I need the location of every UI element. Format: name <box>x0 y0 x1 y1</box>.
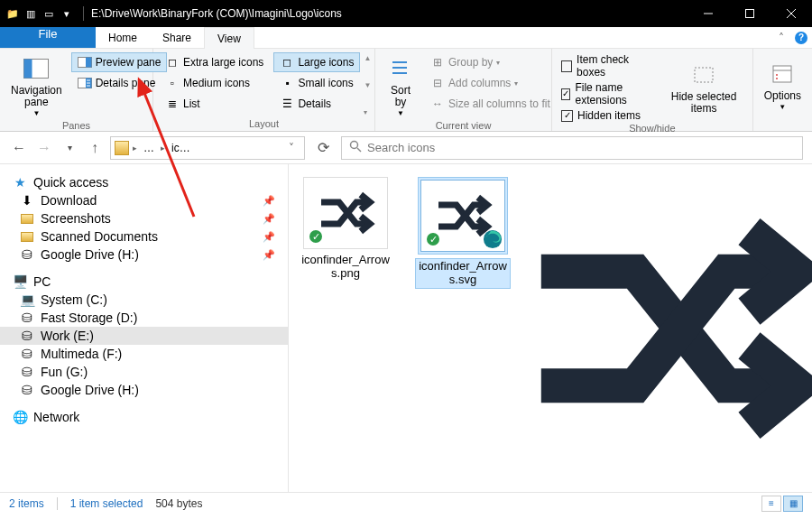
folder-icon <box>115 141 129 155</box>
tree-item[interactable]: ⛁Work (E:) <box>0 327 288 345</box>
maximize-button[interactable] <box>729 0 770 27</box>
svg-rect-1 <box>746 10 754 18</box>
drive-icon: ⛁ <box>20 365 34 379</box>
pin-icon: 📌 <box>263 249 275 261</box>
status-count: 2 items <box>9 497 44 510</box>
window-title: E:\Drive\Work\BinaryFork (COM)\Imagini\L… <box>88 7 687 20</box>
file-name: iconfinder_Arrows.svg <box>415 258 511 289</box>
tree-item[interactable]: ⛁Google Drive (H:) <box>0 381 288 399</box>
view-icons-button[interactable]: ▦ <box>783 496 803 512</box>
qat-dropdown-icon[interactable]: ▾ <box>60 6 74 21</box>
sync-badge-icon: ✓ <box>425 231 441 247</box>
ribbon-tabs: File Home Share View ˄ ? <box>0 27 812 49</box>
help-button[interactable]: ? <box>790 27 812 48</box>
status-bar: 2 items 1 item selected 504 bytes ≡ ▦ <box>0 492 812 514</box>
tree-item[interactable]: ⛁Google Drive (H:)📌 <box>0 246 288 264</box>
tree-this-pc[interactable]: 🖥️PC <box>0 273 288 291</box>
tab-file[interactable]: File <box>0 27 96 48</box>
address-dropdown-icon[interactable]: ˅ <box>282 142 300 154</box>
edge-icon <box>483 229 503 249</box>
nav-tree[interactable]: ★Quick access ⬇Download📌Screenshots📌Scan… <box>0 164 289 492</box>
tree-item[interactable]: Scanned Documents📌 <box>0 227 288 246</box>
tree-network[interactable]: 🌐Network <box>0 408 288 426</box>
file-extensions-toggle[interactable]: ✓File name extensions <box>558 80 658 107</box>
folder-icon <box>20 211 34 226</box>
group-label-layout: Layout <box>153 118 374 131</box>
pin-icon: 📌 <box>263 195 275 207</box>
folder-icon: 📁 <box>5 6 20 21</box>
folder-icon: ⬇ <box>20 193 34 208</box>
layout-large[interactable]: ◻Large icons <box>273 52 360 72</box>
group-label-showhide: Show/hide <box>552 123 752 135</box>
drive-icon: ⛁ <box>20 310 34 325</box>
tab-share[interactable]: Share <box>150 27 204 48</box>
tree-item[interactable]: ⛁Fun (G:) <box>0 363 288 381</box>
add-columns-button[interactable]: ⊟Add columns ▾ <box>424 73 557 93</box>
search-placeholder: Search icons <box>367 141 435 154</box>
tree-item[interactable]: ⛁Fast Storage (D:) <box>0 309 288 327</box>
layout-scroll-up-icon[interactable]: ▲ <box>364 54 371 62</box>
search-icon <box>349 140 362 155</box>
group-by-button[interactable]: ⊞Group by ▾ <box>424 52 557 72</box>
item-checkboxes-toggle[interactable]: Item check boxes <box>558 52 658 79</box>
svg-line-22 <box>357 148 361 152</box>
svg-point-21 <box>351 142 358 149</box>
forward-button[interactable]: → <box>34 138 54 158</box>
collapse-ribbon-icon[interactable]: ˄ <box>772 27 790 48</box>
tab-view[interactable]: View <box>204 27 254 49</box>
folder-icon: ⛁ <box>20 247 34 262</box>
drive-icon: ⛁ <box>20 383 34 397</box>
layout-extra-large[interactable]: ◻Extra large icons <box>159 52 270 72</box>
navigation-pane-button[interactable]: Navigation pane▼ <box>5 52 68 120</box>
history-dropdown[interactable]: ▾ <box>60 138 79 158</box>
drive-icon: ⛁ <box>20 347 34 361</box>
breadcrumb[interactable]: … <box>141 142 157 154</box>
tree-item[interactable]: ⬇Download📌 <box>0 191 288 209</box>
layout-details[interactable]: ☰Details <box>273 94 360 114</box>
content-area: ★Quick access ⬇Download📌Screenshots📌Scan… <box>0 164 812 492</box>
close-button[interactable] <box>770 0 812 27</box>
file-item[interactable]: ✓iconfinder_Arrows.svg <box>415 177 511 289</box>
size-columns-button[interactable]: ↔Size all columns to fit <box>424 94 557 114</box>
options-button[interactable]: Options▼ <box>759 52 807 118</box>
titlebar: 📁 ▥ ▭ ▾ E:\Drive\Work\BinaryFork (COM)\I… <box>0 0 812 27</box>
address-bar[interactable]: ▸ … ▸ ic… ˅ <box>110 136 305 160</box>
folder-icon <box>20 229 34 244</box>
layout-scroll-down-icon[interactable]: ▼ <box>364 81 371 89</box>
pin-icon: 📌 <box>263 213 275 225</box>
group-label-current-view: Current view <box>375 120 551 133</box>
svg-rect-5 <box>24 60 32 79</box>
chevron-right-icon[interactable]: ▸ <box>161 144 165 153</box>
hide-selected-button[interactable]: Hide selected items <box>661 52 747 123</box>
drive-icon: ⛁ <box>20 329 34 343</box>
props-icon[interactable]: ▭ <box>42 6 56 21</box>
view-details-button[interactable]: ≡ <box>761 496 781 512</box>
sync-badge-icon: ✓ <box>308 228 324 245</box>
tab-home[interactable]: Home <box>96 27 150 48</box>
save-icon[interactable]: ▥ <box>23 6 38 21</box>
chevron-right-icon[interactable]: ▸ <box>133 144 137 153</box>
svg-rect-17 <box>773 66 791 82</box>
minimize-button[interactable] <box>687 0 729 27</box>
back-button[interactable]: ← <box>9 138 29 158</box>
breadcrumb[interactable]: ic… <box>169 142 193 154</box>
file-item[interactable]: ✓iconfinder_Arrows.png <box>298 177 393 282</box>
up-button[interactable]: ↑ <box>85 138 105 158</box>
file-list[interactable]: ✓iconfinder_Arrows.png✓iconfinder_Arrows… <box>289 164 527 492</box>
refresh-button[interactable]: ⟳ <box>310 136 336 160</box>
layout-medium[interactable]: ▫Medium icons <box>159 73 270 93</box>
hidden-items-toggle[interactable]: ✓Hidden items <box>558 108 658 123</box>
sort-by-button[interactable]: Sort by▼ <box>381 52 420 120</box>
file-name: iconfinder_Arrows.png <box>298 253 393 282</box>
tree-quick-access[interactable]: ★Quick access <box>0 173 288 191</box>
file-thumbnail: ✓ <box>420 180 505 252</box>
status-size: 504 bytes <box>155 497 202 510</box>
svg-rect-7 <box>86 58 92 68</box>
tree-item[interactable]: 💻System (C:) <box>0 291 288 309</box>
tree-item[interactable]: Screenshots📌 <box>0 209 288 227</box>
search-input[interactable]: Search icons <box>341 136 803 160</box>
layout-more-icon[interactable]: ▾ <box>364 108 371 116</box>
layout-small[interactable]: ▪Small icons <box>273 73 360 93</box>
layout-list[interactable]: ≣List <box>159 94 270 114</box>
tree-item[interactable]: ⛁Multimeda (F:) <box>0 345 288 363</box>
